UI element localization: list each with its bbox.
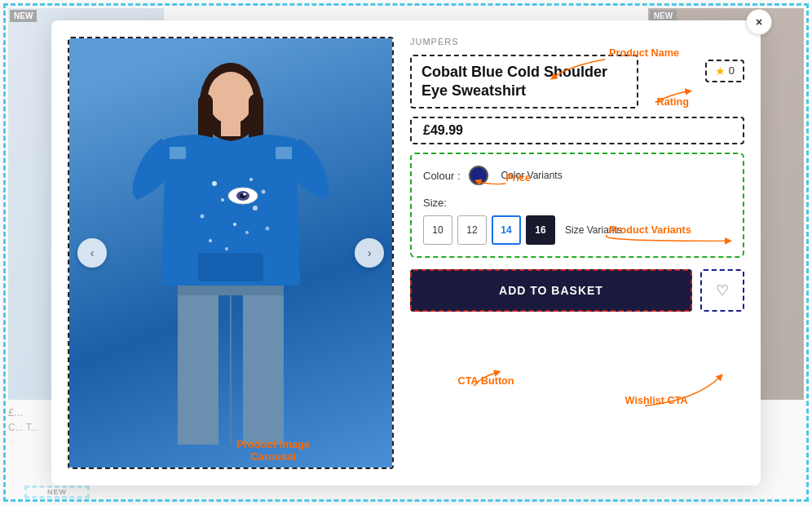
- svg-point-11: [243, 193, 246, 195]
- colour-annotation-label: Color Variants: [501, 170, 563, 181]
- product-name: Cobalt Blue Cold Shoulder Eye Sweatshirt: [410, 55, 638, 109]
- wishlist-heart-icon: ♡: [716, 281, 729, 299]
- product-category: JUMPERS: [410, 37, 744, 47]
- svg-point-20: [225, 247, 228, 250]
- svg-point-15: [233, 223, 236, 226]
- product-image-svg: [117, 53, 345, 453]
- rating-count: 0: [729, 64, 735, 77]
- add-to-basket-button[interactable]: ADD TO BASKET: [410, 269, 692, 312]
- svg-rect-5: [221, 120, 241, 136]
- svg-point-18: [209, 239, 212, 242]
- svg-point-17: [245, 231, 249, 234]
- annotation-cta-label: CTA Button: [458, 375, 514, 387]
- close-button[interactable]: ×: [746, 9, 772, 35]
- svg-point-21: [249, 178, 253, 181]
- size-btn-16[interactable]: 16: [526, 215, 555, 245]
- cta-row: ADD TO BASKET ♡: [410, 269, 744, 312]
- product-image: [69, 38, 392, 467]
- svg-rect-23: [198, 253, 263, 281]
- colour-swatch-navy[interactable]: [469, 166, 488, 185]
- product-modal: ×: [51, 20, 761, 485]
- variants-box: Colour : Color Variants Size: 10 12 14 1…: [410, 153, 744, 258]
- size-btn-12[interactable]: 12: [457, 215, 487, 245]
- modal-overlay: ×: [0, 0, 812, 505]
- svg-point-13: [221, 198, 224, 202]
- size-options: 10 12 14 16 Size Variants: [423, 215, 731, 245]
- svg-point-2: [208, 72, 254, 124]
- colour-label: Colour :: [423, 170, 461, 182]
- annotation-rating-label: Rating: [657, 96, 689, 108]
- colour-section: Colour : Color Variants: [423, 166, 731, 185]
- svg-point-19: [266, 226, 270, 230]
- carousel-prev-button[interactable]: ‹: [77, 238, 107, 268]
- product-price: £49.99: [410, 117, 744, 144]
- rating-box: ★ 0: [705, 60, 744, 82]
- carousel-next-button[interactable]: ›: [355, 238, 384, 268]
- svg-point-14: [201, 214, 205, 218]
- rating-star-icon: ★: [715, 64, 726, 78]
- size-btn-10[interactable]: 10: [423, 215, 452, 245]
- svg-point-16: [253, 206, 258, 210]
- wishlist-button[interactable]: ♡: [700, 269, 744, 312]
- size-annotation-label: Size Variants: [565, 224, 622, 236]
- svg-point-22: [262, 189, 266, 193]
- size-section: Size: 10 12 14 16 Size Variants: [423, 197, 731, 245]
- product-info-panel: ★ 0 JUMPERS Cobalt Blue Cold Shoulder Ey…: [410, 37, 744, 469]
- size-btn-14[interactable]: 14: [492, 215, 521, 245]
- image-carousel: ‹ ›: [68, 37, 394, 469]
- size-label: Size:: [423, 197, 731, 209]
- svg-point-12: [212, 181, 217, 186]
- annotation-wishlist-label: Wishlist CTA: [625, 395, 688, 406]
